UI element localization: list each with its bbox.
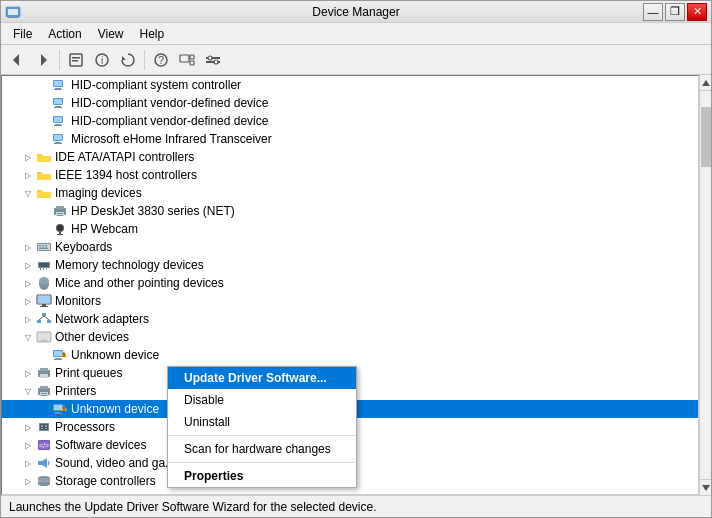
properties-button[interactable] — [64, 48, 88, 72]
ctx-uninstall[interactable]: Uninstall — [168, 411, 356, 433]
forward-button[interactable] — [31, 48, 55, 72]
expander-collapsed[interactable]: ▷ — [20, 365, 36, 381]
svg-rect-74 — [55, 358, 61, 359]
webcam-icon — [52, 221, 68, 237]
ctx-scan-hardware[interactable]: Scan for hardware changes — [168, 438, 356, 460]
no-expander — [36, 221, 52, 237]
svg-rect-7 — [72, 57, 80, 59]
svg-text:!: ! — [63, 352, 65, 358]
expander-collapsed[interactable]: ▷ — [20, 293, 36, 309]
device-icon — [52, 77, 68, 93]
update-driver-button[interactable]: i — [90, 48, 114, 72]
tree-item-unknown-device1[interactable]: ! Unknown device — [2, 346, 698, 364]
tree-label: Sound, video and ga... — [55, 456, 175, 470]
tree-item-memory-tech[interactable]: ▷ Memory technology devices — [2, 256, 698, 274]
extra-btn[interactable] — [201, 48, 225, 72]
svg-rect-41 — [57, 215, 63, 216]
svg-rect-28 — [54, 107, 62, 108]
tree-label: Memory technology devices — [55, 258, 204, 272]
expander-collapsed[interactable]: ▷ — [20, 149, 36, 165]
vertical-scrollbar[interactable] — [699, 75, 711, 495]
menu-file[interactable]: File — [5, 25, 40, 43]
tree-item-monitors[interactable]: ▷ Monitors — [2, 292, 698, 310]
svg-rect-84 — [41, 393, 47, 394]
close-button[interactable]: ✕ — [687, 3, 707, 21]
no-expander — [36, 203, 52, 219]
svg-rect-24 — [54, 89, 62, 90]
scrollbar-thumb[interactable] — [701, 107, 711, 167]
svg-rect-45 — [59, 232, 61, 234]
restore-button[interactable]: ❒ — [665, 3, 685, 21]
expander-collapsed[interactable]: ▷ — [20, 491, 36, 495]
tree-item-keyboards[interactable]: ▷ Keyboards — [2, 238, 698, 256]
expander-collapsed[interactable]: ▷ — [20, 311, 36, 327]
expander-collapsed[interactable]: ▷ — [20, 275, 36, 291]
svg-text:i: i — [101, 55, 103, 66]
back-button[interactable] — [5, 48, 29, 72]
minimize-button[interactable]: — — [643, 3, 663, 21]
expander-collapsed[interactable]: ▷ — [20, 455, 36, 471]
tree-item-hid-vendor1[interactable]: HID-compliant vendor-defined device — [2, 94, 698, 112]
menu-view[interactable]: View — [90, 25, 132, 43]
tree-item-mice[interactable]: ▷ Mice and other pointing devices — [2, 274, 698, 292]
menu-action[interactable]: Action — [40, 25, 89, 43]
folder-icon — [36, 185, 52, 201]
svg-rect-105 — [37, 494, 51, 495]
sound-icon — [36, 455, 52, 471]
tree-item-imaging[interactable]: ▽ Imaging devices — [2, 184, 698, 202]
tree-item-ide-ata[interactable]: ▷ IDE ATA/ATAPI controllers — [2, 148, 698, 166]
ctx-update-driver[interactable]: Update Driver Software... — [168, 367, 356, 389]
svg-text:</>: </> — [39, 442, 49, 449]
tree-item-network[interactable]: ▷ Network adapters — [2, 310, 698, 328]
ctx-separator1 — [168, 435, 356, 436]
expander-collapsed[interactable]: ▷ — [20, 239, 36, 255]
ctx-disable[interactable]: Disable — [168, 389, 356, 411]
scroll-up-button[interactable] — [700, 75, 711, 91]
expander-expanded[interactable]: ▽ — [20, 329, 36, 345]
tree-item-system-devices[interactable]: ▷ System devices — [2, 490, 698, 495]
svg-point-44 — [59, 227, 62, 230]
svg-rect-95 — [45, 425, 47, 427]
tree-item-hid-vendor2[interactable]: HID-compliant vendor-defined device — [2, 112, 698, 130]
tree-item-hid-controller[interactable]: HID-compliant system controller — [2, 76, 698, 94]
svg-marker-112 — [702, 485, 710, 491]
expander-expanded[interactable]: ▽ — [20, 185, 36, 201]
tree-label: IEEE 1394 host controllers — [55, 168, 197, 182]
software-devices-icon: </> — [36, 437, 52, 453]
expander-collapsed[interactable]: ▷ — [20, 167, 36, 183]
scrollbar-track[interactable] — [700, 167, 711, 479]
tree-label: HID-compliant vendor-defined device — [71, 96, 268, 110]
device-manager-icon-btn[interactable] — [175, 48, 199, 72]
svg-rect-80 — [40, 374, 48, 378]
tree-item-ieee1394[interactable]: ▷ IEEE 1394 host controllers — [2, 166, 698, 184]
svg-rect-73 — [54, 351, 62, 356]
tree-label: HP DeskJet 3830 series (NET) — [71, 204, 235, 218]
tree-item-hp-deskjet[interactable]: HP DeskJet 3830 series (NET) — [2, 202, 698, 220]
svg-rect-96 — [41, 428, 43, 429]
expander-collapsed[interactable]: ▷ — [20, 419, 36, 435]
scroll-down-button[interactable] — [700, 479, 711, 495]
tree-item-ms-infrared[interactable]: Microsoft eHome Infrared Transceiver — [2, 130, 698, 148]
svg-rect-55 — [40, 268, 41, 270]
scan-changes-button[interactable] — [116, 48, 140, 72]
svg-rect-49 — [39, 245, 41, 247]
svg-rect-35 — [55, 142, 61, 143]
tree-item-other-devices[interactable]: ▽ ... Other devices — [2, 328, 698, 346]
expander-expanded[interactable]: ▽ — [20, 383, 36, 399]
no-expander — [36, 401, 52, 417]
svg-marker-11 — [122, 56, 126, 60]
no-expander — [36, 347, 52, 363]
ctx-properties[interactable]: Properties — [168, 465, 356, 487]
svg-rect-97 — [45, 428, 47, 429]
device-tree[interactable]: HID-compliant system controller HID-comp… — [1, 75, 699, 495]
device-icon — [52, 131, 68, 147]
expander-collapsed[interactable]: ▷ — [20, 257, 36, 273]
tree-item-hp-webcam[interactable]: HP Webcam — [2, 220, 698, 238]
help-button[interactable]: ? — [149, 48, 173, 72]
menu-help[interactable]: Help — [132, 25, 173, 43]
tree-label: Unknown device — [71, 402, 159, 416]
tree-label: Printers — [55, 384, 96, 398]
title-bar: Device Manager — ❒ ✕ — [1, 1, 711, 23]
expander-collapsed[interactable]: ▷ — [20, 437, 36, 453]
expander-collapsed[interactable]: ▷ — [20, 473, 36, 489]
